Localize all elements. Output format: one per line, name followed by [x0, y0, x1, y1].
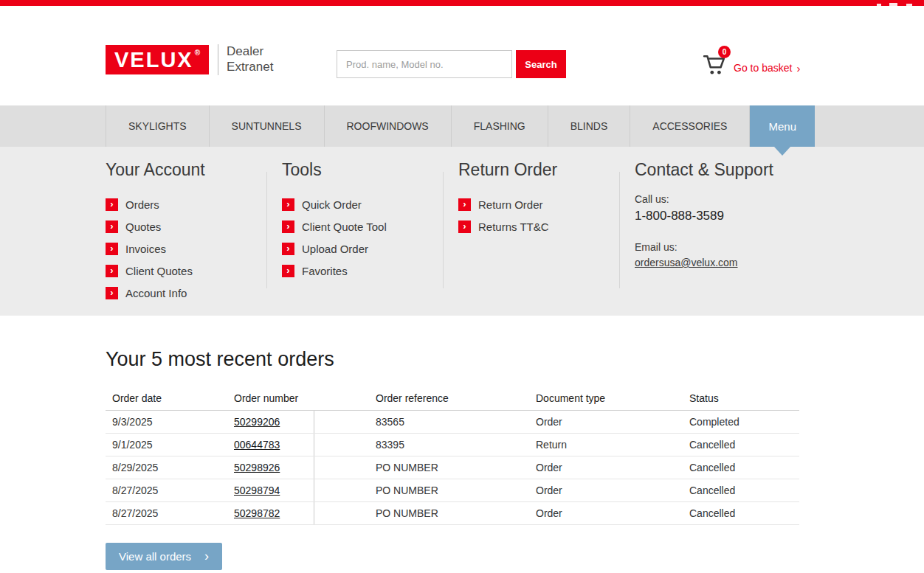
nav-item-roofwindows[interactable]: ROOFWINDOWS — [324, 105, 451, 147]
chevron-right-icon: › — [106, 243, 118, 255]
column-divider — [619, 172, 620, 288]
nav-item-flashing[interactable]: FLASHING — [451, 105, 548, 147]
nav-item-skylights[interactable]: SKYLIGHTS — [106, 105, 209, 147]
menu-link-upload-order[interactable]: › Upload Order — [282, 237, 443, 260]
menu-link-label: Account Info — [125, 287, 187, 299]
top-red-bar — [0, 0, 924, 6]
order-reference: 83395 — [376, 439, 536, 451]
menu-link-label: Client Quotes — [125, 265, 193, 277]
status: Cancelled — [689, 462, 799, 473]
col-header-order-date: Order date — [106, 392, 234, 404]
chevron-right-icon: › — [458, 198, 471, 211]
mega-column-tools: Tools › Quick Order › Client Quote Tool … — [282, 156, 443, 304]
menu-link-return-order[interactable]: › Return Order — [458, 193, 619, 215]
column-divider — [443, 172, 444, 288]
column-divider — [266, 172, 267, 288]
menu-link-label: Upload Order — [302, 243, 368, 255]
search-button[interactable]: Search — [516, 50, 566, 78]
email-link[interactable]: ordersusa@velux.com — [635, 257, 738, 268]
order-number-link[interactable]: 50299206 — [234, 416, 280, 428]
mega-menu-inner: Your Account › Orders › Quotes › Invoice… — [106, 156, 924, 304]
nav-item-blinds[interactable]: BLINDS — [548, 105, 630, 147]
basket-area: 0 Go to basket › — [703, 49, 800, 77]
order-number-link[interactable]: 50298782 — [234, 507, 280, 519]
table-header-row: Order date Order number Order reference … — [106, 386, 799, 411]
menu-link-label: Quick Order — [302, 198, 362, 211]
order-number-link[interactable]: 50298794 — [234, 485, 280, 496]
brand-subtitle-line1: Dealer — [227, 44, 273, 60]
chevron-right-icon: › — [282, 265, 294, 277]
col-header-document-type: Document type — [536, 392, 689, 404]
menu-link-label: Favorites — [302, 265, 348, 277]
mega-column-contact-support: Contact & Support Call us: 1-800-888-358… — [635, 156, 804, 304]
go-to-basket-label: Go to basket — [734, 62, 792, 74]
go-to-basket-link[interactable]: Go to basket › — [734, 62, 800, 74]
menu-link-label: Invoices — [125, 243, 166, 255]
document-type: Order — [536, 485, 689, 496]
email-us-label: Email us: — [635, 241, 804, 253]
brand-subtitle-line2: Extranet — [227, 60, 273, 75]
status: Cancelled — [689, 439, 799, 451]
menu-tab[interactable]: Menu — [750, 105, 815, 147]
main-nav-inner: SKYLIGHTS SUNTUNNELS ROOFWINDOWS FLASHIN… — [106, 105, 924, 147]
order-reference: PO NUMBER — [376, 485, 536, 496]
brand: VELUX® Dealer Extranet — [106, 44, 273, 75]
order-date: 9/3/2025 — [106, 416, 234, 428]
menu-link-orders[interactable]: › Orders — [106, 193, 266, 215]
order-date: 8/27/2025 — [106, 507, 234, 519]
document-type: Order — [536, 462, 689, 473]
order-number-cell: 50298926 — [234, 456, 314, 479]
velux-logo[interactable]: VELUX® — [106, 45, 209, 74]
menu-link-client-quote-tool[interactable]: › Client Quote Tool — [282, 215, 443, 237]
logo-text: VELUX — [114, 48, 193, 72]
nav-item-suntunnels[interactable]: SUNTUNNELS — [209, 105, 324, 147]
chevron-right-icon: › — [458, 220, 471, 233]
order-number-cell: 50299206 — [234, 411, 314, 433]
chevron-right-icon: › — [282, 243, 294, 255]
view-all-orders-button[interactable]: View all orders › — [106, 543, 222, 570]
order-reference: PO NUMBER — [376, 462, 536, 473]
col-header-order-number: Order number — [234, 386, 376, 410]
order-number-cell: 00644783 — [234, 434, 314, 456]
menu-link-label: Client Quote Tool — [302, 220, 387, 233]
mega-column-title: Tools — [282, 160, 443, 180]
menu-link-quick-order[interactable]: › Quick Order — [282, 193, 443, 215]
status: Cancelled — [689, 485, 799, 496]
order-date: 8/29/2025 — [106, 462, 234, 473]
menu-link-returns-ttc[interactable]: › Returns TT&C — [458, 215, 619, 237]
chevron-right-icon: › — [106, 287, 118, 299]
mega-column-return-order: Return Order › Return Order › Returns TT… — [458, 156, 619, 304]
mega-column-title: Your Account — [106, 160, 266, 180]
page-title: Your 5 most recent orders — [106, 348, 924, 371]
status: Cancelled — [689, 507, 799, 519]
call-us-label: Call us: — [635, 193, 804, 205]
view-all-orders-label: View all orders — [119, 550, 191, 563]
menu-link-client-quotes[interactable]: › Client Quotes — [106, 260, 266, 282]
menu-link-label: Return Order — [478, 198, 543, 211]
menu-link-account-info[interactable]: › Account Info — [106, 282, 266, 304]
menu-link-quotes[interactable]: › Quotes — [106, 215, 266, 237]
brand-subtitle: Dealer Extranet — [227, 44, 273, 74]
nav-item-accessories[interactable]: ACCESSORIES — [630, 105, 750, 147]
mega-column-title: Return Order — [458, 160, 619, 180]
menu-link-label: Orders — [125, 198, 159, 211]
basket-icon-wrap[interactable]: 0 — [703, 55, 728, 77]
document-type: Order — [536, 507, 689, 519]
chevron-right-icon: › — [106, 265, 118, 277]
search-input[interactable] — [337, 50, 512, 78]
col-header-order-reference: Order reference — [376, 392, 536, 404]
table-row: 9/3/2025 50299206 83565 Order Completed — [106, 411, 799, 434]
menu-link-invoices[interactable]: › Invoices — [106, 237, 266, 260]
order-number-link[interactable]: 00644783 — [234, 439, 280, 451]
chevron-right-icon: › — [204, 549, 209, 563]
table-row: 8/27/2025 50298782 PO NUMBER Order Cance… — [106, 502, 799, 525]
status: Completed — [689, 416, 799, 428]
menu-link-label: Quotes — [125, 220, 161, 233]
order-number-link[interactable]: 50298926 — [234, 462, 280, 473]
order-date: 8/27/2025 — [106, 485, 234, 496]
phone-number: 1-800-888-3589 — [635, 209, 804, 223]
col-header-status: Status — [689, 392, 799, 404]
menu-link-favorites[interactable]: › Favorites — [282, 260, 443, 282]
mega-column-your-account: Your Account › Orders › Quotes › Invoice… — [106, 156, 266, 304]
table-row: 8/27/2025 50298794 PO NUMBER Order Cance… — [106, 479, 799, 502]
